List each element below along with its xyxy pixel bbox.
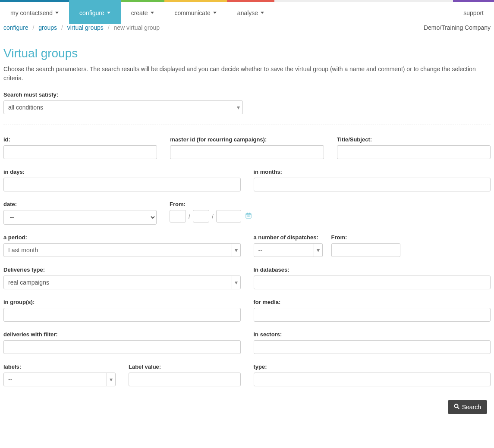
- deliveries-type-select[interactable]: real campaigns ▾: [3, 276, 241, 289]
- caret-down-icon: ▾: [234, 101, 242, 114]
- from-dispatch-input[interactable]: [331, 243, 400, 257]
- deliveries-filter-label: deliveries with filter:: [3, 331, 241, 338]
- nav-create[interactable]: create: [121, 0, 164, 24]
- svg-rect-3: [249, 213, 250, 214]
- from-dispatch-label: From:: [331, 234, 400, 241]
- caret-down-icon: ▾: [107, 373, 115, 386]
- label-value-input[interactable]: [129, 373, 241, 386]
- label-value-label: Label value:: [129, 363, 241, 370]
- num-dispatches-select[interactable]: -- ▾: [254, 243, 323, 257]
- svg-point-7: [454, 404, 458, 408]
- title-subject-input[interactable]: [337, 145, 491, 159]
- caret-down-icon: [151, 12, 154, 14]
- deliveries-type-label: Deliveries type:: [3, 266, 241, 273]
- svg-line-8: [457, 407, 459, 409]
- id-input[interactable]: [3, 145, 157, 159]
- nav-configure[interactable]: configure: [69, 0, 121, 24]
- caret-down-icon: [55, 12, 59, 14]
- nav-spacer: [274, 0, 453, 24]
- labels-label: labels:: [3, 363, 116, 370]
- in-days-input[interactable]: [3, 178, 241, 191]
- svg-rect-6: [249, 216, 250, 216]
- search-icon: [454, 404, 459, 410]
- satisfy-label: Search must satisfy:: [3, 91, 243, 98]
- in-databases-input[interactable]: [254, 276, 491, 289]
- in-days-label: in days:: [3, 169, 241, 175]
- nav-my-contactsend[interactable]: my contactsend: [0, 0, 69, 24]
- from-year-input[interactable]: [216, 210, 241, 222]
- type-label: type:: [254, 363, 491, 370]
- labels-select[interactable]: -- ▾: [3, 373, 116, 386]
- in-months-label: in months:: [254, 169, 491, 175]
- title-subject-label: Title/Subject:: [337, 136, 491, 143]
- caret-down-icon: ▾: [232, 276, 240, 289]
- master-id-label: master id (for recurring campaigns):: [170, 136, 324, 143]
- breadcrumb-virtual-groups[interactable]: virtual groups: [67, 24, 104, 31]
- for-media-input[interactable]: [254, 308, 491, 322]
- page-description: Choose the search parameters. The search…: [3, 65, 491, 83]
- date-select[interactable]: --: [3, 210, 157, 225]
- from-day-input[interactable]: [170, 210, 186, 222]
- from-date-label: From:: [170, 201, 256, 207]
- in-databases-label: In databases:: [254, 266, 491, 273]
- master-id-input[interactable]: [170, 145, 324, 159]
- svg-rect-4: [247, 216, 248, 216]
- top-nav: my contactsend configure create communic…: [0, 0, 494, 24]
- in-months-input[interactable]: [254, 178, 491, 191]
- from-month-input[interactable]: [193, 210, 209, 222]
- svg-rect-2: [247, 213, 248, 214]
- a-period-label: a period:: [3, 234, 241, 241]
- caret-down-icon: ▾: [314, 244, 322, 257]
- divider: [3, 125, 491, 125]
- id-label: id:: [3, 136, 157, 143]
- search-button[interactable]: Search: [448, 400, 487, 414]
- nav-analyse[interactable]: analyse: [227, 0, 274, 24]
- caret-down-icon: ▾: [232, 244, 240, 257]
- caret-down-icon: [213, 12, 217, 14]
- date-label: date:: [3, 201, 157, 207]
- breadcrumb-groups[interactable]: groups: [38, 24, 57, 31]
- a-period-select[interactable]: Last month ▾: [3, 243, 241, 257]
- for-media-label: for media:: [254, 299, 491, 305]
- page-title: Virtual groups: [3, 47, 491, 60]
- deliveries-filter-input[interactable]: [3, 340, 241, 354]
- company-label: Demo/Training Company: [424, 24, 491, 31]
- satisfy-select[interactable]: all conditions ▾: [3, 100, 243, 114]
- breadcrumb: configure / groups / virtual groups / ne…: [3, 24, 160, 31]
- in-groups-label: in group(s):: [3, 299, 241, 305]
- nav-support[interactable]: support: [453, 0, 494, 24]
- svg-rect-5: [248, 216, 249, 216]
- type-input[interactable]: [254, 373, 491, 386]
- caret-down-icon: [261, 12, 264, 14]
- calendar-icon[interactable]: [245, 213, 252, 220]
- in-sectors-label: In sectors:: [254, 331, 491, 338]
- in-groups-input[interactable]: [3, 308, 241, 322]
- nav-communicate[interactable]: communicate: [164, 0, 227, 24]
- breadcrumb-configure[interactable]: configure: [3, 24, 28, 31]
- caret-down-icon: [107, 12, 110, 14]
- in-sectors-input[interactable]: [254, 340, 491, 354]
- breadcrumb-current: new virtual group: [113, 24, 160, 31]
- num-dispatches-label: a number of dispatches:: [254, 234, 323, 241]
